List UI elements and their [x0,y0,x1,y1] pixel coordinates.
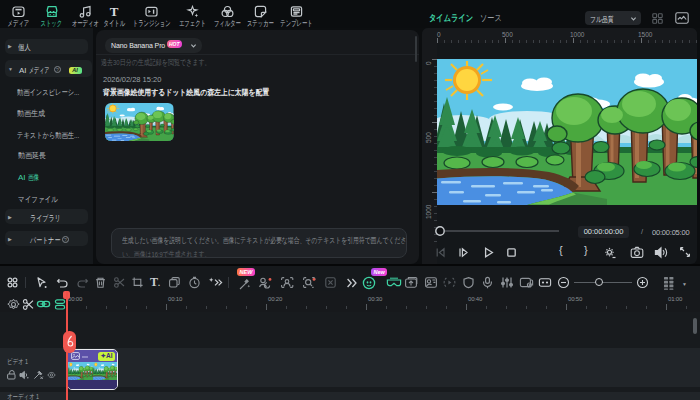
svg-text:0: 0 [437,31,441,38]
svg-text:500: 500 [502,31,513,38]
svg-text:1000: 1000 [425,204,432,219]
svg-text:00:50: 00:50 [568,296,583,302]
svg-text:500: 500 [425,132,432,143]
svg-text:01:00: 01:00 [668,296,683,302]
svg-text:00:40: 00:40 [468,296,483,302]
svg-text:00:00: 00:00 [68,296,83,302]
svg-text:1500: 1500 [638,31,653,38]
svg-text:0: 0 [425,61,432,65]
svg-text:1000: 1000 [570,31,585,38]
svg-text:00:10: 00:10 [168,296,183,302]
svg-text:00:20: 00:20 [268,296,283,302]
svg-text:00:30: 00:30 [368,296,383,302]
